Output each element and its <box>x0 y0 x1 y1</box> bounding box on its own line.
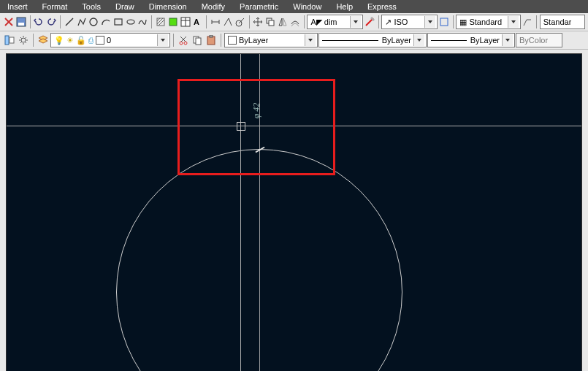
svg-marker-47 <box>417 39 421 42</box>
plot-icon: ⎙ <box>88 37 93 45</box>
tablestyle-dropdown[interactable]: Standar <box>540 15 585 29</box>
menu-parametric[interactable]: Parametric <box>232 1 286 12</box>
svg-rect-30 <box>440 18 448 26</box>
dim-linear-icon[interactable] <box>210 15 221 28</box>
svg-line-10 <box>157 18 163 24</box>
menu-help[interactable]: Help <box>329 1 360 12</box>
isostyle-dropdown[interactable]: ↗ ISO <box>381 15 437 29</box>
svg-point-7 <box>127 20 134 24</box>
svg-marker-24 <box>279 18 282 26</box>
svg-marker-48 <box>505 39 510 42</box>
linetype-preview <box>322 40 378 41</box>
move-icon[interactable] <box>252 15 264 28</box>
table-icon[interactable] <box>180 15 191 28</box>
svg-text:A: A <box>194 18 199 26</box>
tablestyle-value: Standar <box>543 18 572 26</box>
offset-icon[interactable] <box>289 15 301 28</box>
line-icon[interactable] <box>64 15 75 28</box>
color-value: ByLayer <box>239 36 268 45</box>
chevron-down-icon[interactable] <box>413 34 424 46</box>
menu-format[interactable]: Format <box>35 1 75 12</box>
properties-icon[interactable] <box>3 34 16 47</box>
svg-line-4 <box>66 18 73 26</box>
menu-modify[interactable]: Modify <box>194 1 232 12</box>
menu-draw[interactable]: Draw <box>108 1 142 12</box>
dimstyle-dropdown[interactable]: A◤ dim <box>307 15 362 29</box>
dim-radius-icon[interactable] <box>234 15 246 28</box>
menubar: Insert Format Tools Draw Dimension Modif… <box>0 0 588 13</box>
copy-icon[interactable] <box>264 15 276 28</box>
toolbar-row-2: 💡 ☀ 🔓 ⎙ 0 ByLayer ByLayer ByLayer ByColo… <box>0 31 588 50</box>
spline-icon[interactable] <box>137 15 149 28</box>
mirror-icon[interactable] <box>277 15 289 28</box>
menu-tools[interactable]: Tools <box>75 1 108 12</box>
linetype-dropdown[interactable]: ByLayer <box>318 33 427 47</box>
text-icon[interactable]: A <box>192 15 204 28</box>
highlight-rectangle <box>177 79 335 175</box>
layer-name: 0 <box>107 36 111 45</box>
style-edit-icon[interactable] <box>364 15 375 28</box>
cut-icon[interactable] <box>177 34 190 47</box>
svg-marker-26 <box>354 20 358 23</box>
redo-icon[interactable] <box>45 15 57 28</box>
menu-express[interactable]: Express <box>360 1 404 12</box>
dim-angular-icon[interactable] <box>222 15 234 28</box>
paste-icon[interactable] <box>205 34 218 47</box>
mleader-style-icon[interactable] <box>522 15 533 28</box>
svg-marker-37 <box>161 39 165 42</box>
svg-point-38 <box>180 42 183 45</box>
plotstyle-dropdown[interactable]: ByColor <box>516 33 562 47</box>
bulb-icon: 💡 <box>54 37 64 45</box>
svg-marker-31 <box>511 20 516 23</box>
close-icon[interactable] <box>3 15 15 28</box>
undo-icon[interactable] <box>33 15 45 28</box>
sun-icon: ☀ <box>66 37 74 45</box>
chevron-down-icon[interactable] <box>305 34 316 46</box>
svg-marker-25 <box>283 18 286 26</box>
menu-window[interactable]: Window <box>286 1 329 12</box>
svg-point-39 <box>184 42 187 45</box>
svg-marker-29 <box>428 20 432 23</box>
chevron-down-icon[interactable] <box>424 16 435 28</box>
arc-icon[interactable] <box>100 15 112 28</box>
circle-icon[interactable] <box>88 15 99 28</box>
lineweight-dropdown[interactable]: ByLayer <box>427 33 515 47</box>
isostyle-value: ISO <box>394 18 408 26</box>
svg-marker-46 <box>308 39 313 42</box>
svg-rect-45 <box>210 35 213 37</box>
drawing-area[interactable]: φ 42 <box>6 53 582 371</box>
lock-icon: 🔓 <box>76 37 86 45</box>
textstyle-dropdown[interactable]: ▦ Standard <box>456 15 521 29</box>
svg-line-41 <box>180 37 186 42</box>
menu-dimension[interactable]: Dimension <box>142 1 194 12</box>
svg-point-5 <box>90 18 97 26</box>
svg-line-9 <box>157 18 160 21</box>
textstyle-value: Standard <box>469 18 502 26</box>
chevron-down-icon[interactable] <box>502 34 513 46</box>
svg-rect-43 <box>196 38 201 45</box>
polyline-icon[interactable] <box>76 15 88 28</box>
grid-style-icon: ▦ <box>459 18 467 26</box>
svg-rect-12 <box>169 18 177 26</box>
arrow-style-icon: ↗ <box>385 18 392 26</box>
gear-icon[interactable] <box>17 34 30 47</box>
chevron-down-icon[interactable] <box>350 16 361 28</box>
isostyle-edit-icon[interactable] <box>438 15 450 28</box>
ellipse-icon[interactable] <box>125 15 137 28</box>
text-style-icon: A◤ <box>310 18 321 26</box>
lineweight-preview <box>431 40 467 41</box>
layer-props-icon[interactable] <box>37 34 50 47</box>
color-dropdown[interactable]: ByLayer <box>224 33 318 47</box>
chevron-down-icon[interactable] <box>508 16 519 28</box>
menu-insert[interactable]: Insert <box>0 1 35 12</box>
hatch-icon[interactable] <box>155 15 167 28</box>
chevron-down-icon[interactable] <box>157 34 168 46</box>
layer-dropdown[interactable]: 💡 ☀ 🔓 ⎙ 0 <box>50 33 170 47</box>
region-icon[interactable] <box>167 15 179 28</box>
lineweight-value: ByLayer <box>470 36 500 45</box>
svg-line-11 <box>159 20 164 26</box>
dimstyle-value: dim <box>324 18 337 26</box>
clipboard-copy-icon[interactable] <box>191 34 204 47</box>
save-icon[interactable] <box>15 15 27 28</box>
rectangle-icon[interactable] <box>112 15 124 28</box>
